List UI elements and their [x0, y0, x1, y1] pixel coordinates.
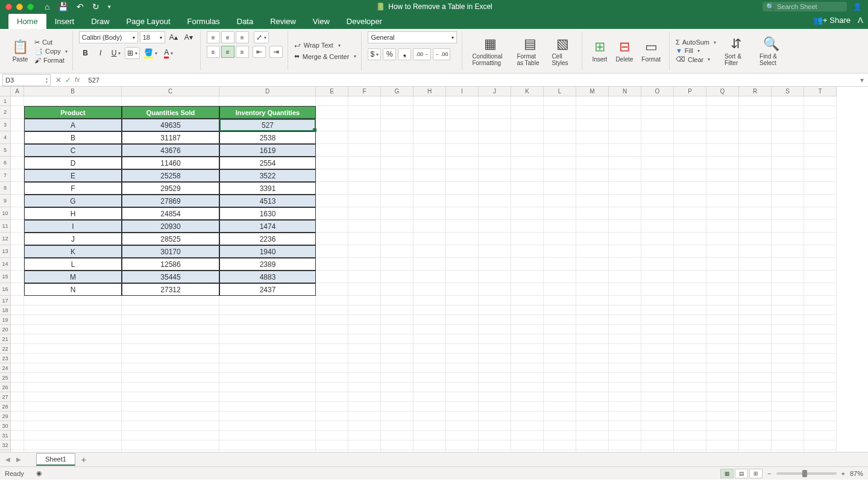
cell[interactable] — [772, 325, 804, 334]
cell[interactable] — [446, 334, 479, 344]
cell[interactable] — [414, 373, 446, 383]
cell[interactable] — [122, 344, 219, 354]
column-header[interactable]: P — [674, 87, 706, 96]
cell[interactable] — [316, 450, 348, 452]
cell[interactable] — [24, 363, 122, 373]
cell[interactable] — [739, 373, 772, 383]
cell[interactable] — [219, 96, 316, 106]
cell[interactable] — [674, 233, 706, 245]
cell[interactable] — [348, 421, 381, 431]
cell[interactable] — [609, 258, 641, 271]
cell[interactable] — [576, 157, 609, 169]
cell[interactable] — [122, 421, 219, 431]
format-cells-button[interactable]: ▭Format — [638, 38, 664, 64]
macro-record-icon[interactable]: ◉ — [36, 469, 42, 477]
cell[interactable] — [11, 131, 24, 144]
cell[interactable]: A — [24, 119, 122, 131]
cell[interactable] — [316, 315, 348, 325]
cell[interactable] — [219, 392, 316, 402]
cell[interactable] — [511, 296, 544, 305]
cell[interactable] — [706, 440, 739, 450]
fx-icon[interactable]: fx — [75, 76, 80, 84]
cell[interactable] — [804, 363, 837, 373]
cell[interactable] — [706, 195, 739, 207]
cell[interactable] — [511, 383, 544, 392]
cell[interactable] — [641, 157, 674, 169]
cell[interactable] — [706, 220, 739, 233]
cell[interactable] — [219, 421, 316, 431]
cell[interactable] — [11, 119, 24, 131]
bold-button[interactable]: B — [79, 47, 92, 59]
cell[interactable] — [576, 315, 609, 325]
fill-button[interactable]: ▼Fill — [676, 47, 716, 54]
cell[interactable] — [674, 144, 706, 157]
cell[interactable] — [609, 271, 641, 283]
clear-button[interactable]: ⌫Clear — [676, 55, 716, 63]
cell[interactable] — [414, 106, 446, 119]
cell[interactable] — [348, 207, 381, 220]
cell[interactable] — [11, 315, 24, 325]
cell[interactable] — [11, 392, 24, 402]
qat-dropdown-icon[interactable]: ▾ — [108, 4, 111, 10]
cell[interactable] — [348, 344, 381, 354]
font-color-button[interactable]: A — [162, 47, 175, 59]
cell[interactable]: 2236 — [219, 233, 316, 245]
cell[interactable] — [804, 96, 837, 106]
cell[interactable] — [316, 131, 348, 144]
cell[interactable] — [609, 144, 641, 157]
font-size-select[interactable]: 18▾ — [140, 31, 165, 43]
cell[interactable] — [674, 220, 706, 233]
align-center-button[interactable]: ≡ — [221, 46, 234, 58]
cell[interactable] — [316, 258, 348, 271]
cell[interactable]: 3522 — [219, 169, 316, 182]
cell[interactable] — [706, 119, 739, 131]
cell[interactable] — [219, 383, 316, 392]
cell[interactable] — [381, 169, 414, 182]
cell[interactable] — [122, 96, 219, 106]
cell[interactable]: F — [24, 182, 122, 195]
cell[interactable] — [414, 354, 446, 363]
cell[interactable] — [219, 363, 316, 373]
cell[interactable] — [446, 315, 479, 325]
column-header[interactable]: E — [316, 87, 348, 96]
cell[interactable] — [381, 182, 414, 195]
cell[interactable] — [511, 450, 544, 452]
row-header[interactable]: 14 — [0, 258, 10, 271]
row-header[interactable]: 31 — [0, 431, 10, 440]
conditional-formatting-button[interactable]: ▦Conditional Formatting — [468, 35, 512, 67]
cell[interactable] — [511, 119, 544, 131]
normal-view-button[interactable]: ▦ — [720, 469, 734, 478]
cell[interactable] — [219, 305, 316, 315]
cell[interactable] — [706, 315, 739, 325]
cell[interactable] — [641, 182, 674, 195]
cell[interactable] — [706, 344, 739, 354]
cell[interactable] — [446, 258, 479, 271]
cell[interactable] — [804, 383, 837, 392]
cell[interactable] — [706, 363, 739, 373]
cell[interactable] — [674, 271, 706, 283]
cell[interactable] — [316, 431, 348, 440]
cell[interactable] — [511, 96, 544, 106]
cell[interactable] — [609, 195, 641, 207]
cell[interactable] — [641, 169, 674, 182]
cell[interactable] — [316, 271, 348, 283]
cell[interactable] — [11, 283, 24, 296]
cell[interactable] — [348, 440, 381, 450]
cell[interactable] — [381, 245, 414, 258]
cell[interactable] — [348, 96, 381, 106]
cell[interactable] — [219, 402, 316, 412]
cell[interactable] — [414, 182, 446, 195]
cell[interactable] — [772, 195, 804, 207]
row-header[interactable]: 4 — [0, 131, 10, 144]
cell[interactable] — [11, 412, 24, 421]
cell[interactable] — [122, 412, 219, 421]
cell[interactable] — [381, 431, 414, 440]
cell[interactable] — [609, 207, 641, 220]
save-icon[interactable]: 💾 — [58, 2, 68, 11]
cell[interactable] — [511, 392, 544, 402]
row-header[interactable]: 5 — [0, 144, 10, 157]
home-icon[interactable]: ⌂ — [45, 2, 49, 11]
cell[interactable] — [804, 344, 837, 354]
cell[interactable] — [414, 421, 446, 431]
cell[interactable] — [609, 106, 641, 119]
